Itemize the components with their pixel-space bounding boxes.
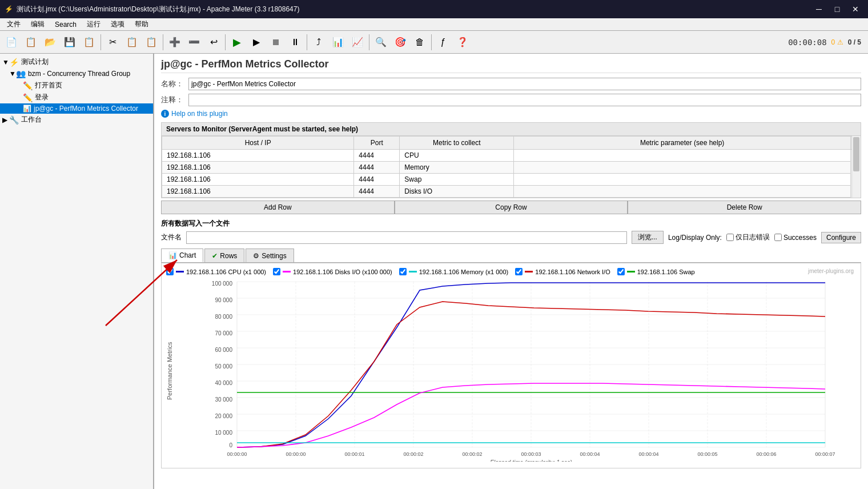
row3-param: [514, 186, 851, 198]
legend-network-label: 192.168.1.106 Network I/O: [535, 268, 610, 275]
name-input[interactable]: [188, 78, 861, 90]
menu-run[interactable]: 运行: [82, 18, 105, 30]
toolbar-shutdown[interactable]: ⏸: [286, 33, 304, 51]
tree-thread-group[interactable]: ▼ 👥 bzm - Concurrency Thread Group: [0, 68, 153, 79]
toolbar-copy[interactable]: 📋: [123, 33, 141, 51]
tree-arrow-perfmon: [16, 105, 23, 113]
row1-param: [514, 162, 851, 174]
legend-disks-check[interactable]: [273, 268, 280, 275]
delete-row-button[interactable]: Delete Row: [628, 201, 861, 214]
window-title-area: ⚡ 测试计划.jmx (C:\Users\Administrator\Deskt…: [5, 5, 299, 14]
toolbar-save-as[interactable]: 📋: [80, 33, 98, 51]
svg-text:100 000: 100 000: [212, 280, 233, 287]
toolbar-sep6: [431, 34, 432, 50]
tree-open-homepage[interactable]: ✏️ 打开首页: [0, 79, 153, 91]
toolbar-sep3: [225, 34, 226, 50]
toolbar-search[interactable]: 🔍: [372, 33, 390, 51]
menu-search[interactable]: Search: [50, 18, 81, 30]
toolbar-paste[interactable]: 📋: [142, 33, 160, 51]
toolbar-stop[interactable]: ⏹: [267, 33, 285, 51]
comment-input[interactable]: [188, 94, 861, 106]
legend-swap-check[interactable]: [617, 268, 625, 275]
toolbar-start-no-pause[interactable]: ▶: [247, 33, 266, 51]
menu-edit[interactable]: 编辑: [26, 18, 49, 30]
legend-memory: 192.168.1.106 Memory (x1 000): [399, 268, 509, 275]
tab-rows[interactable]: ✔ Rows: [204, 248, 244, 262]
maximize-button[interactable]: □: [829, 3, 845, 15]
tree-perfmon[interactable]: 📊 jp@gc - PerfMon Metrics Collector: [0, 103, 153, 114]
row2-metric: Swap: [400, 174, 514, 186]
legend-cpu-check[interactable]: [166, 268, 174, 275]
toolbar-remote-start[interactable]: ⤴: [310, 33, 328, 51]
menu-help[interactable]: 帮助: [130, 18, 153, 30]
toolbar-sep2: [163, 34, 163, 50]
toolbar-sep5: [369, 34, 369, 50]
tree-workbench[interactable]: ▶ 🔧 工作台: [0, 114, 153, 126]
toolbar-start[interactable]: ▶: [228, 33, 246, 51]
close-button[interactable]: ✕: [847, 3, 863, 15]
menu-options[interactable]: 选项: [106, 18, 129, 30]
svg-text:00:00:07: 00:00:07: [815, 451, 835, 457]
legend-memory-check[interactable]: [399, 268, 407, 275]
row3-metric: Disks I/O: [400, 186, 514, 198]
chart-svg-wrapper: Performance Metrics 100 000 90 000 80 00…: [166, 279, 856, 463]
info-icon: i: [161, 110, 169, 118]
successes-checkbox[interactable]: [774, 234, 782, 241]
file-row: 文件名 浏览... Log/Display Only: 仅日志错误 Succes…: [161, 231, 861, 244]
legend-cpu-color: [176, 271, 184, 272]
row3-host: 192.168.1.106: [162, 186, 354, 198]
toolbar-open[interactable]: 📂: [41, 33, 59, 51]
file-browse-button[interactable]: 浏览...: [632, 231, 664, 244]
only-errors-checkbox[interactable]: [726, 234, 734, 241]
table-row: 192.168.1.106 4444 CPU: [162, 150, 861, 162]
toolbar-clear-all[interactable]: 🗑: [411, 33, 429, 51]
table-scrollbar[interactable]: [851, 136, 861, 198]
minimize-button[interactable]: ─: [811, 3, 827, 15]
toolbar-remote-stop[interactable]: 📊: [329, 33, 347, 51]
file-name-input[interactable]: [186, 231, 627, 244]
table-row: 192.168.1.106 4444 Memory: [162, 162, 861, 174]
add-row-button[interactable]: Add Row: [161, 201, 395, 214]
toolbar-toggle[interactable]: ↩: [204, 33, 223, 51]
table-row: 192.168.1.106 4444 Swap: [162, 174, 861, 186]
toolbar-templates[interactable]: 📋: [22, 33, 40, 51]
toolbar-function[interactable]: ƒ: [434, 33, 452, 51]
sidebar: ▼ ⚡ 测试计划 ▼ 👥 bzm - Concurrency Thread Gr…: [0, 54, 154, 489]
name-row: 名称：: [161, 78, 861, 90]
svg-text:00:00:00: 00:00:00: [227, 451, 247, 457]
toolbar: 📄 📋 📂 💾 📋 ✂ 📋 📋 ➕ ➖ ↩ ▶ ▶ ⏹ ⏸ ⤴ 📊 📈 🔍 🎯 …: [0, 31, 868, 54]
window-title: 测试计划.jmx (C:\Users\Administrator\Desktop…: [17, 5, 299, 14]
svg-text:00:00:04: 00:00:04: [580, 451, 600, 457]
only-errors-checkbox-label[interactable]: 仅日志错误: [726, 233, 770, 242]
configure-button[interactable]: Configure: [821, 232, 861, 243]
rows-tab-icon: ✔: [212, 252, 218, 260]
toolbar-expand[interactable]: ➕: [166, 33, 184, 51]
toolbar-remote-shutdown[interactable]: 📈: [348, 33, 367, 51]
toolbar-collapse[interactable]: ➖: [185, 33, 203, 51]
toolbar-cut[interactable]: ✂: [103, 33, 122, 51]
toolbar-help[interactable]: ❓: [453, 33, 472, 51]
warning-count: 0 ⚠: [831, 38, 843, 46]
col-host: Host / IP: [162, 137, 354, 150]
toolbar-save[interactable]: 💾: [61, 33, 79, 51]
row1-port: 4444: [354, 162, 400, 174]
svg-text:80 000: 80 000: [215, 314, 232, 320]
tab-chart[interactable]: 📊 Chart: [161, 248, 203, 262]
tab-settings[interactable]: ⚙ Settings: [246, 248, 294, 262]
tree-login[interactable]: ✏️ 登录: [0, 91, 153, 103]
file-section: 所有数据写入一个文件 文件名 浏览... Log/Display Only: 仅…: [161, 219, 861, 244]
tree-root[interactable]: ▼ ⚡ 测试计划: [0, 56, 153, 68]
legend-memory-color: [409, 271, 417, 272]
svg-text:60 000: 60 000: [215, 347, 232, 353]
legend-disks: 192.168.1.106 Disks I/O (x100 000): [273, 268, 392, 275]
row2-port: 4444: [354, 174, 400, 186]
menu-file[interactable]: 文件: [2, 18, 25, 30]
toolbar-clear[interactable]: 🎯: [391, 33, 409, 51]
svg-text:00:00:05: 00:00:05: [697, 451, 717, 457]
legend-swap-color: [627, 271, 635, 272]
toolbar-new[interactable]: 📄: [2, 33, 21, 51]
legend-network-check[interactable]: [515, 268, 523, 275]
help-link[interactable]: i Help on this plugin: [161, 110, 861, 118]
successes-checkbox-label[interactable]: Successes: [774, 234, 817, 242]
copy-row-button[interactable]: Copy Row: [395, 201, 628, 214]
